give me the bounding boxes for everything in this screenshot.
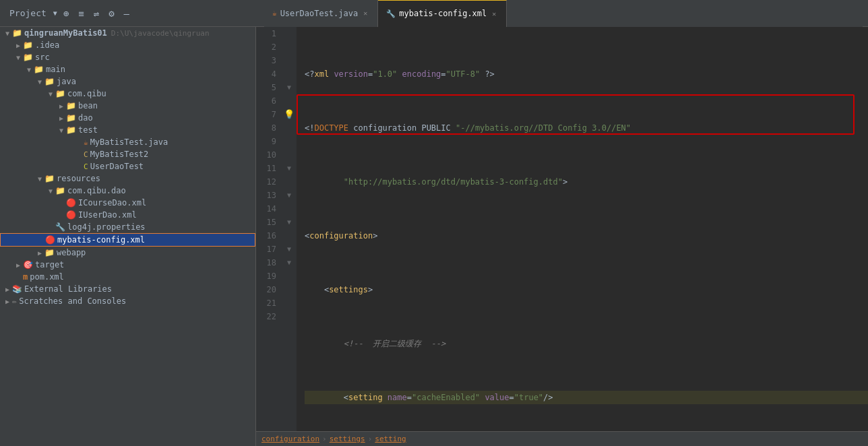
tab-close-userdaotest[interactable]: ✕ <box>361 9 369 18</box>
sidebar-item-webapp[interactable]: ▶ 📁 webapp <box>0 247 255 259</box>
gutter-19 <box>282 269 297 283</box>
arrow-idea: ▶ <box>13 42 23 49</box>
item-label: MyBatisTest2 <box>90 150 149 159</box>
tab-mybatis-config[interactable]: 🔧 mybatis-config.xml ✕ <box>378 0 507 27</box>
sidebar-item-target[interactable]: ▶ 🎯 target <box>0 259 255 271</box>
sidebar-item-mybatis-config[interactable]: 🔴 mybatis-config.xml <box>0 233 255 247</box>
sidebar-item-idea[interactable]: ▶ 📁 .idea <box>0 39 255 51</box>
line-num-9: 9 <box>256 135 282 148</box>
sidebar-item-mybatistest2[interactable]: C MyBatisTest2 <box>0 148 255 160</box>
item-label: webapp <box>57 248 86 257</box>
sidebar-item-dao[interactable]: ▶ 📁 dao <box>0 112 255 124</box>
line-num-3: 3 <box>256 54 282 67</box>
sidebar-item-bean[interactable]: ▶ 📁 bean <box>0 100 255 112</box>
gutter-4 <box>282 67 297 81</box>
item-path: D:\U\javacode\qingruan <box>111 29 210 38</box>
line-num-16: 16 <box>256 229 282 243</box>
line-num-20: 20 <box>256 283 282 296</box>
folder-icon: 📁 <box>66 113 76 123</box>
xml-icon: 🔴 <box>66 210 76 220</box>
sidebar-item-com-qibu-dao[interactable]: ▼ 📁 com.qibu.dao <box>0 185 255 197</box>
breadcrumb-item-settings[interactable]: settings <box>330 435 365 443</box>
lightbulb-icon[interactable]: 💡 <box>284 108 294 121</box>
item-label: dao <box>78 113 93 123</box>
gutter-7[interactable]: 💡 <box>282 108 297 121</box>
gutter-6 <box>282 94 297 108</box>
arrow-dao: ▶ <box>57 115 66 122</box>
item-label: IUserDao.xml <box>78 210 137 220</box>
code-area[interactable]: <?xml version="1.0" encoding="UTF-8" ?> … <box>297 27 868 431</box>
sidebar-item-scratches[interactable]: ▶ ✏ Scratches and Consoles <box>0 295 255 307</box>
code-text: <configuration> <box>305 229 377 243</box>
toolbar-icon-settings[interactable]: ⚙ <box>105 6 117 21</box>
item-label: External Libraries <box>24 284 112 294</box>
folder-icon: 📁 <box>55 186 65 195</box>
gutter-5: ▼ <box>282 81 297 94</box>
code-line-4: <configuration> <box>305 229 868 243</box>
sidebar-item-src[interactable]: ▼ 📁 src <box>0 51 255 63</box>
sidebar-item-pom[interactable]: m pom.xml <box>0 271 255 283</box>
code-text: <!-- 开启二级缓存 --> <box>305 337 445 350</box>
line-num-5: 5 <box>256 81 282 94</box>
gutter-14 <box>282 202 297 216</box>
item-label: target <box>35 260 64 269</box>
arrow-bean: ▶ <box>57 102 66 110</box>
tab-icon-java: ☕ <box>272 9 277 18</box>
editor-content[interactable]: 1 2 3 4 5 6 7 8 9 10 11 12 13 14 15 16 1… <box>256 27 868 431</box>
sidebar-item-userdaotest[interactable]: C UserDaoTest <box>0 160 255 172</box>
gutter-11: ▼ <box>282 162 297 175</box>
item-label: bean <box>78 101 98 110</box>
project-label[interactable]: Project <box>5 7 51 20</box>
gutter-1 <box>282 27 297 40</box>
item-label: Scratches and Consoles <box>19 296 126 306</box>
breadcrumb-sep-2: › <box>368 435 373 443</box>
toolbar-icon-minimize[interactable]: — <box>121 6 133 21</box>
sidebar-item-log4j[interactable]: 🔧 log4j.properties <box>0 221 255 233</box>
folder-icon: 📁 <box>12 28 22 38</box>
line-num-11: 11 <box>256 162 282 175</box>
sidebar-item-main[interactable]: ▼ 📁 main <box>0 63 255 75</box>
sidebar-item-icoursedao[interactable]: 🔴 ICourseDao.xml <box>0 197 255 209</box>
sidebar-item-external[interactable]: ▶ 📚 External Libraries <box>0 283 255 295</box>
sidebar-item-iuserdao[interactable]: 🔴 IUserDao.xml <box>0 209 255 221</box>
code-line-3: "http://mybatis.org/dtd/mybatis-3-config… <box>305 175 868 189</box>
toolbar-icon-add[interactable]: ⊕ <box>60 6 72 21</box>
sidebar-item-com-qibu[interactable]: ▼ 📁 com.qibu <box>0 88 255 100</box>
sidebar-item-java[interactable]: ▼ 📁 java <box>0 75 255 88</box>
line-num-10: 10 <box>256 148 282 162</box>
breadcrumb-item-configuration[interactable]: configuration <box>261 435 319 443</box>
sidebar-item-project-root[interactable]: ▼ 📁 qingruanMyBatis01 D:\U\javacode\qing… <box>0 27 255 39</box>
tab-label-active: mybatis-config.xml <box>399 9 487 18</box>
sidebar-item-resources[interactable]: ▼ 📁 resources <box>0 172 255 185</box>
arrow-external: ▶ <box>3 286 12 293</box>
sidebar-item-test[interactable]: ▼ 📁 test <box>0 124 255 136</box>
arrow-webapp: ▶ <box>35 249 44 257</box>
sidebar-item-mybatistest[interactable]: ☕ MyBatisTest.java <box>0 136 255 148</box>
item-label: main <box>46 65 65 74</box>
arrow-com-qibu: ▼ <box>46 90 55 98</box>
folder-icon: 📁 <box>23 53 33 62</box>
tab-userdaotest[interactable]: ☕ UserDaoTest.java ✕ <box>264 0 378 27</box>
scratch-icon: ✏ <box>12 296 17 306</box>
gutter-column: ▼ 💡 ▼ ▼ ▼ ▼ ▼ <box>282 27 297 431</box>
dropdown-arrow[interactable]: ▼ <box>53 9 57 17</box>
gutter-22 <box>282 310 297 323</box>
folder-icon: 📁 <box>44 248 55 257</box>
toolbar-icon-sort[interactable]: ⇌ <box>90 6 102 21</box>
line-num-13: 13 <box>256 189 282 202</box>
gutter-15: ▼ <box>282 216 297 229</box>
editor: 1 2 3 4 5 6 7 8 9 10 11 12 13 14 15 16 1… <box>256 27 868 446</box>
toolbar-icon-list[interactable]: ≡ <box>75 6 87 21</box>
item-label: qingruanMyBatis01 <box>24 28 107 38</box>
gutter-9 <box>282 135 297 148</box>
arrow-java: ▼ <box>35 78 44 86</box>
gutter-8 <box>282 121 297 135</box>
sidebar: ▼ 📁 qingruanMyBatis01 D:\U\javacode\qing… <box>0 27 256 446</box>
tab-icon-xml: 🔧 <box>386 9 396 18</box>
line-num-19: 19 <box>256 269 282 283</box>
breadcrumb-item-setting[interactable]: setting <box>375 435 406 443</box>
tab-close-mybatis[interactable]: ✕ <box>490 9 498 18</box>
code-line-5: <settings> <box>305 283 868 296</box>
prop-icon: 🔧 <box>55 222 65 232</box>
gutter-17: ▼ <box>282 243 297 256</box>
